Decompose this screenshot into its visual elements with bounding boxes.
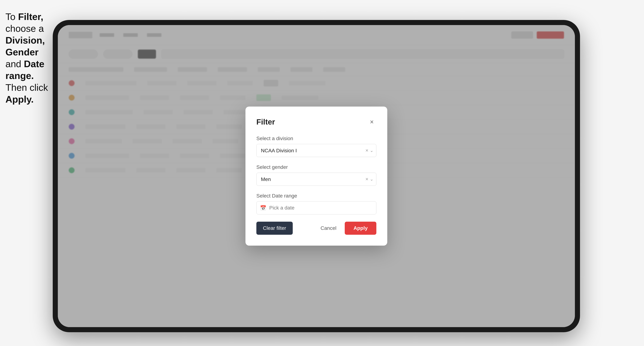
tablet-screen: Filter × Select a division NCAA Division… — [58, 25, 575, 327]
modal-close-button[interactable]: × — [367, 117, 376, 127]
modal-footer: Clear filter Cancel Apply — [256, 222, 376, 235]
cancel-button[interactable]: Cancel — [314, 222, 343, 235]
gender-form-group: Select gender Men × ⌄ — [256, 164, 376, 186]
division-form-group: Select a division NCAA Division I × ⌄ — [256, 136, 376, 157]
instruction-line3: and Date range. — [6, 59, 44, 81]
gender-select-wrapper[interactable]: Men × ⌄ — [256, 173, 376, 186]
gender-select[interactable]: Men — [256, 173, 376, 186]
date-range-input[interactable] — [256, 201, 376, 214]
tablet-frame: Filter × Select a division NCAA Division… — [53, 20, 580, 332]
date-input-wrapper[interactable]: 📅 — [256, 201, 376, 214]
modal-title: Filter — [256, 118, 275, 126]
modal-overlay: Filter × Select a division NCAA Division… — [58, 25, 575, 327]
division-label: Select a division — [256, 136, 376, 141]
instruction-line4: Then click Apply. — [6, 82, 48, 105]
division-select[interactable]: NCAA Division I — [256, 144, 376, 157]
filter-modal: Filter × Select a division NCAA Division… — [246, 107, 387, 246]
division-select-wrapper[interactable]: NCAA Division I × ⌄ — [256, 144, 376, 157]
date-range-label: Select Date range — [256, 193, 376, 199]
clear-filter-button[interactable]: Clear filter — [256, 222, 293, 235]
date-range-form-group: Select Date range 📅 — [256, 193, 376, 214]
modal-header: Filter × — [256, 117, 376, 127]
instruction-bold-line: Division, Gender — [6, 35, 45, 57]
gender-label: Select gender — [256, 164, 376, 170]
apply-button[interactable]: Apply — [345, 222, 376, 235]
footer-right-buttons: Cancel Apply — [314, 222, 376, 235]
instruction-line1: To Filter, choose a — [6, 11, 44, 34]
